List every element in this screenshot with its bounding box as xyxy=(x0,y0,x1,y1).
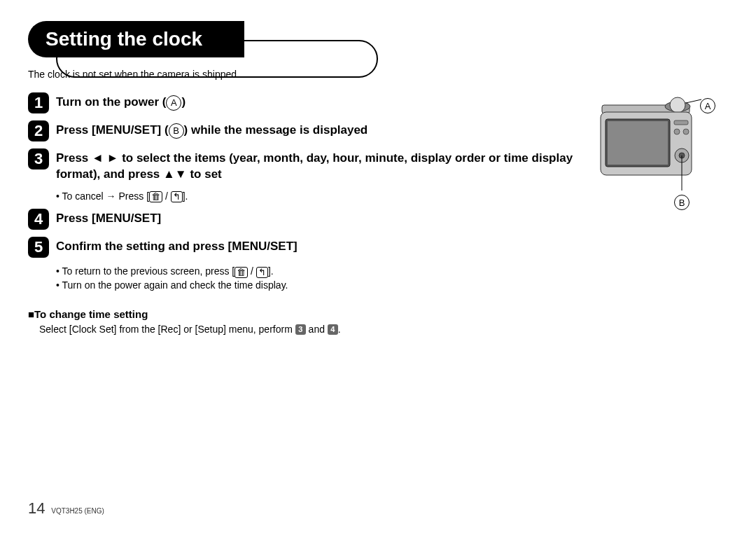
and-text: and xyxy=(306,324,328,335)
trash-icon: 🗑 xyxy=(234,267,248,278)
note-bullet xyxy=(56,279,62,291)
steps-column: 1 Turn on the power (A) 2 Press [MENU/SE… xyxy=(28,92,581,237)
change-text-b: . xyxy=(338,324,341,335)
callout-b-marker: B xyxy=(674,195,690,210)
step-ref-4: 4 xyxy=(328,324,338,335)
change-text-a: Select [Clock Set] from the [Rec] or [Se… xyxy=(39,324,295,335)
step-4-text: Press [MENU/SET] xyxy=(56,209,161,227)
camera-illustration-column: A B xyxy=(595,92,728,237)
callout-letter-a: A xyxy=(166,95,181,111)
svg-point-10 xyxy=(683,129,689,134)
page-footer: 14 VQT3H25 (ENG) xyxy=(28,499,104,518)
step-4: 4 Press [MENU/SET] xyxy=(28,209,581,230)
step-number-badge: 2 xyxy=(28,120,49,141)
step-number-badge: 3 xyxy=(28,148,49,169)
step-1: 1 Turn on the power (A) xyxy=(28,92,581,113)
step-number-badge: 5 xyxy=(28,237,49,258)
step-number-badge: 4 xyxy=(28,209,49,230)
camera-illustration xyxy=(595,92,714,233)
step-2-text-a: Press [MENU/SET] ( xyxy=(56,123,169,137)
slash: / xyxy=(162,191,171,202)
note-text: To cancel → Press [ xyxy=(62,191,150,202)
doc-code: VQT3H25 (ENG) xyxy=(51,507,104,515)
note-text: To return to the previous screen, press … xyxy=(62,265,235,277)
svg-point-2 xyxy=(670,97,685,113)
callout-letter-b: B xyxy=(169,123,184,139)
note-bullet xyxy=(56,191,62,202)
page-number: 14 xyxy=(28,499,45,517)
svg-point-9 xyxy=(674,129,680,134)
step-5: 5 Confirm the setting and press [MENU/SE… xyxy=(28,237,420,258)
note-text: Turn on the power again and check the ti… xyxy=(62,279,288,291)
step-number-badge: 1 xyxy=(28,92,49,113)
svg-line-11 xyxy=(686,99,701,103)
return-icon: ↰ xyxy=(171,191,183,202)
step-2: 2 Press [MENU/SET] (B) while the message… xyxy=(28,120,581,141)
note-bullet xyxy=(56,265,62,277)
step-1-text-a: Turn on the power ( xyxy=(56,95,166,109)
step-ref-3: 3 xyxy=(295,324,306,335)
step-3: 3 Press ◄ ► to select the items (year, m… xyxy=(28,148,581,183)
step-3-text: Press ◄ ► to select the items (year, mon… xyxy=(56,148,581,183)
step-2-text-b: ) while the message is displayed xyxy=(184,123,368,137)
step-2-text: Press [MENU/SET] (B) while the message i… xyxy=(56,120,368,139)
step-3-note: To cancel → Press [🗑 / ↰]. xyxy=(56,190,581,204)
slash: / xyxy=(248,265,256,277)
intro-text: The clock is not set when the camera is … xyxy=(28,69,728,80)
step-5-text: Confirm the setting and press [MENU/SET] xyxy=(56,237,298,255)
note-text-end: ]. xyxy=(183,191,188,202)
callout-a-marker: A xyxy=(700,98,715,113)
step-5-note: To return to the previous screen, press … xyxy=(56,265,728,292)
change-time-text: Select [Clock Set] from the [Rec] or [Se… xyxy=(39,323,728,337)
change-time-heading: ■To change time setting xyxy=(28,308,728,320)
step-1-text-b: ) xyxy=(181,95,186,109)
note-text-end: ]. xyxy=(268,265,274,277)
trash-icon: 🗑 xyxy=(149,191,162,202)
svg-rect-5 xyxy=(608,121,668,165)
svg-rect-8 xyxy=(674,120,688,125)
return-icon: ↰ xyxy=(256,267,268,278)
step-1-text: Turn on the power (A) xyxy=(56,92,186,111)
page-title: Setting the clock xyxy=(28,21,244,57)
section-header: Setting the clock xyxy=(28,21,728,57)
